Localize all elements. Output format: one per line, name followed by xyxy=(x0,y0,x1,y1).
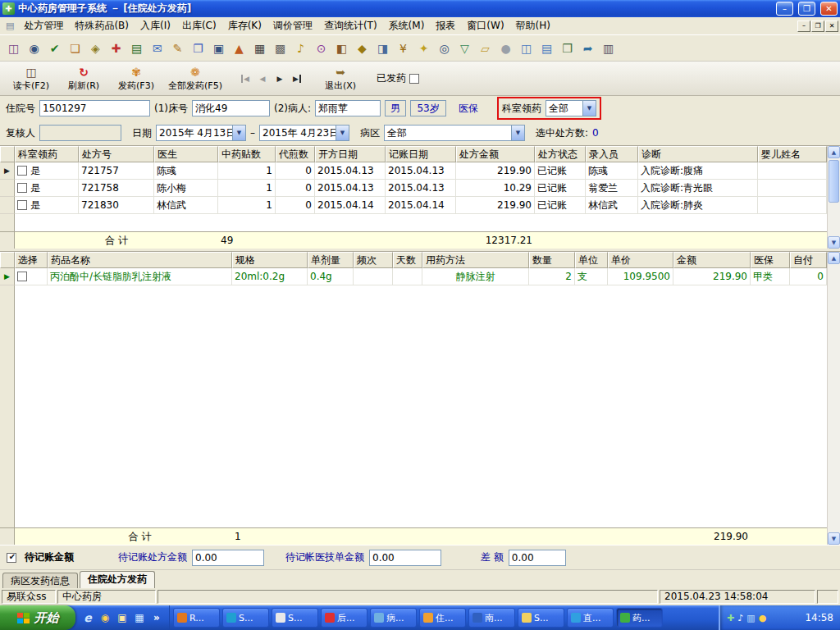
drug-row[interactable]: 丙泊酚中/长链脂肪乳注射液 20ml:0.2g 0.4g 静脉注射 2 支 10… xyxy=(0,268,827,285)
vertical-scrollbar[interactable] xyxy=(827,252,840,545)
col-header[interactable]: 中药贴数 xyxy=(218,146,276,162)
rx-form-icon[interactable]: ▤ xyxy=(126,39,147,58)
lock-icon[interactable]: ◆ xyxy=(352,39,372,58)
scroll-down-button[interactable] xyxy=(828,236,840,249)
col-header[interactable]: 处方号 xyxy=(79,146,154,162)
first-aid-icon[interactable]: ✚ xyxy=(106,39,126,58)
col-header[interactable]: 医生 xyxy=(154,146,218,162)
child-close-button[interactable]: ✕ xyxy=(825,21,838,32)
taskbar-button[interactable]: S... xyxy=(272,608,318,628)
taskbar-button[interactable]: 南... xyxy=(468,608,515,628)
chevron-down-icon[interactable] xyxy=(336,126,349,140)
col-header[interactable]: 药品名称 xyxy=(48,252,232,268)
tab-inpatient-rx-dispense[interactable]: 住院处方发药 xyxy=(80,571,155,588)
child-minimize-button[interactable]: – xyxy=(797,21,810,32)
menu-item[interactable]: 特殊药品(B) xyxy=(69,17,135,34)
col-header[interactable]: 记账日期 xyxy=(386,146,456,162)
next-record-button[interactable]: ▶ xyxy=(272,71,287,86)
close-button[interactable]: ✕ xyxy=(820,2,838,16)
menu-item[interactable]: 报表 xyxy=(430,17,461,34)
col-header[interactable]: 用药方法 xyxy=(422,252,529,268)
message-icon[interactable]: ● xyxy=(759,613,767,623)
window-icon[interactable]: ❒ xyxy=(557,39,578,58)
table-icon[interactable]: ▦ xyxy=(249,39,270,58)
col-header[interactable]: 自付 xyxy=(790,252,827,268)
first-record-button[interactable]: ◀ xyxy=(238,71,253,86)
last-record-button[interactable]: ▶ xyxy=(290,71,304,86)
date-to-select[interactable]: 2015年 4月23日 xyxy=(259,125,349,141)
keyboard-icon[interactable]: ▩ xyxy=(270,39,290,58)
dispensed-checkbox[interactable] xyxy=(409,74,419,84)
child-restore-button[interactable]: ❐ xyxy=(811,21,824,32)
media-player-icon[interactable]: ◉ xyxy=(98,610,112,625)
vertical-scrollbar[interactable] xyxy=(827,146,840,249)
card-reader-icon[interactable]: ◫ xyxy=(3,39,24,58)
menu-item[interactable]: 库存(K) xyxy=(222,17,267,34)
col-header[interactable]: 天数 xyxy=(393,252,422,268)
dispense-all-button[interactable]: ❁ 全部发药(F5) xyxy=(164,63,226,94)
approve-icon[interactable]: ✔ xyxy=(44,39,65,58)
mail-icon[interactable]: ✉ xyxy=(147,39,167,58)
ward-select[interactable]: 全部 xyxy=(384,125,525,141)
taskbar-button[interactable]: 住... xyxy=(419,608,466,628)
clock-icon[interactable]: ⊙ xyxy=(311,39,331,58)
start-button[interactable]: 开始 xyxy=(0,605,75,630)
reviewer-input[interactable] xyxy=(39,125,121,141)
pending-rx-amount-input[interactable] xyxy=(192,550,264,566)
menu-item[interactable]: 出库(C) xyxy=(176,17,222,34)
read-card-button[interactable]: ◫ 读卡(F2) xyxy=(7,63,56,94)
money-icon[interactable]: ¥ xyxy=(393,39,413,58)
bell-icon[interactable]: ♪ xyxy=(290,39,311,58)
layers-icon[interactable]: ▤ xyxy=(536,39,557,58)
scroll-up-button[interactable] xyxy=(828,252,840,264)
col-header[interactable]: 开方日期 xyxy=(315,146,386,162)
taskbar-button[interactable]: R... xyxy=(173,608,220,628)
taskbar-button[interactable]: S... xyxy=(222,608,269,628)
menu-item[interactable]: 窗口(W) xyxy=(461,17,509,34)
scroll-up-button[interactable] xyxy=(828,146,840,158)
taskbar-button[interactable]: 病... xyxy=(370,608,417,628)
menu-item[interactable]: 系统(M) xyxy=(383,17,431,34)
row-select-checkbox[interactable] xyxy=(17,200,27,210)
printer-icon[interactable]: ▥ xyxy=(598,39,619,58)
menu-item[interactable]: 查询统计(T) xyxy=(318,17,383,34)
scrollbar-thumb[interactable] xyxy=(829,160,839,203)
copy-icon[interactable]: ❐ xyxy=(188,39,208,58)
tab-ward-dispense-info[interactable]: 病区发药信息 xyxy=(2,573,78,588)
folder-icon[interactable]: ▣ xyxy=(115,610,130,625)
menu-item[interactable]: 入库(I) xyxy=(135,17,176,34)
send-icon[interactable]: ➦ xyxy=(578,39,598,58)
security-icon[interactable]: ✚ xyxy=(727,613,734,623)
ie-icon[interactable]: e xyxy=(80,610,95,625)
col-header[interactable]: 科室领药 xyxy=(15,146,79,162)
edit-icon[interactable]: ✎ xyxy=(167,39,188,58)
volume-icon[interactable]: ♪ xyxy=(737,613,743,623)
refresh-button[interactable]: ↻ 刷新(R) xyxy=(59,63,108,94)
scroll-down-button[interactable] xyxy=(828,532,840,545)
binoculars-icon[interactable]: ◉ xyxy=(24,39,44,58)
globe-icon[interactable]: ● xyxy=(495,39,516,58)
dispense-button[interactable]: ✾ 发药(F3) xyxy=(112,63,161,94)
expand-icon[interactable]: » xyxy=(149,610,164,625)
taskbar-button[interactable]: 药... xyxy=(616,608,663,628)
menu-item[interactable]: 调价管理 xyxy=(267,17,318,34)
col-header[interactable]: 医保 xyxy=(751,252,790,268)
row-select-checkbox[interactable] xyxy=(17,166,27,176)
chevron-down-icon[interactable] xyxy=(582,101,596,116)
package-icon[interactable]: ◧ xyxy=(331,39,352,58)
col-header[interactable]: 处方状态 xyxy=(535,146,586,162)
prescription-row[interactable]: 是 721830 林信武 1 0 2015.04.14 2015.04.14 2… xyxy=(0,197,827,214)
network-icon[interactable]: ▥ xyxy=(746,613,755,623)
taskbar-button[interactable]: S... xyxy=(518,608,564,628)
col-header[interactable]: 频次 xyxy=(354,252,393,268)
col-header[interactable]: 金额 xyxy=(673,252,751,268)
col-header[interactable]: 代煎数 xyxy=(276,146,315,162)
book-search-icon[interactable]: ◈ xyxy=(85,39,106,58)
col-header[interactable]: 诊断 xyxy=(638,146,758,162)
col-header[interactable]: 单位 xyxy=(575,252,608,268)
col-header[interactable]: 单价 xyxy=(608,252,673,268)
col-header[interactable]: 处方金额 xyxy=(456,146,535,162)
menu-item[interactable]: 帮助(H) xyxy=(510,17,556,34)
save-icon[interactable]: ▣ xyxy=(208,39,229,58)
ledger-icon[interactable]: ❏ xyxy=(65,39,85,58)
